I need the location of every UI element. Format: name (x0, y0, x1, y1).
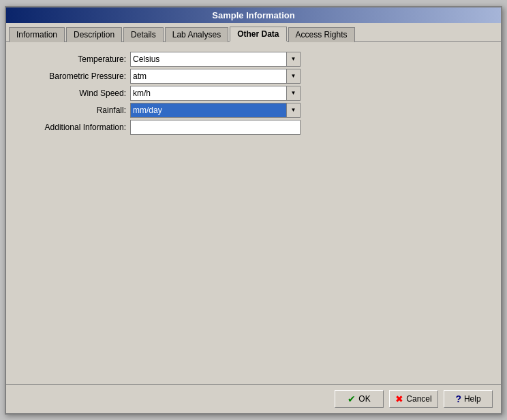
rainfall-label: Rainfall: (14, 103, 130, 118)
temperature-dropdown-btn[interactable]: ▼ (286, 52, 300, 66)
barometric-pressure-label: Barometric Pressure: (14, 69, 130, 84)
table-row: Additional Information: (14, 120, 341, 135)
tab-bar: Information Description Details Lab Anal… (6, 23, 501, 42)
rainfall-input-wrapper: ▼ (130, 103, 301, 118)
footer: ✔ OK ✖ Cancel ? Help (6, 384, 501, 413)
ok-label: OK (358, 394, 370, 404)
chevron-down-icon: ▼ (291, 107, 296, 113)
sample-information-dialog: Sample Information Information Descripti… (5, 6, 502, 415)
chevron-down-icon: ▼ (291, 90, 296, 96)
ok-icon: ✔ (348, 393, 356, 404)
title-bar: Sample Information (6, 7, 501, 23)
table-row: Temperature: ▼ (14, 52, 341, 67)
temperature-input[interactable] (131, 52, 286, 66)
chevron-down-icon: ▼ (291, 73, 296, 79)
temperature-value: ▼ (130, 52, 341, 67)
wind-speed-input-wrapper: ▼ (130, 86, 301, 101)
rainfall-value: ▼ (130, 103, 341, 118)
chevron-down-icon: ▼ (291, 56, 296, 62)
content-area: Temperature: ▼ Barometric Pressure: (6, 42, 501, 384)
temperature-label: Temperature: (14, 52, 130, 67)
wind-speed-label: Wind Speed: (14, 86, 130, 101)
barometric-pressure-input[interactable] (131, 69, 286, 83)
barometric-pressure-dropdown-btn[interactable]: ▼ (286, 69, 300, 83)
temperature-input-wrapper: ▼ (130, 52, 301, 67)
help-label: Help (464, 394, 481, 404)
help-icon: ? (455, 393, 461, 404)
tab-lab-analyses[interactable]: Lab Analyses (165, 27, 228, 42)
tab-details[interactable]: Details (123, 27, 164, 42)
wind-speed-value: ▼ (130, 86, 341, 101)
additional-information-label: Additional Information: (14, 120, 130, 135)
ok-button[interactable]: ✔ OK (335, 390, 384, 408)
cancel-label: Cancel (406, 394, 431, 404)
table-row: Rainfall: ▼ (14, 103, 341, 118)
rainfall-dropdown-btn[interactable]: ▼ (286, 103, 300, 117)
rainfall-input[interactable] (131, 103, 286, 117)
barometric-pressure-value: ▼ (130, 69, 341, 84)
tab-access-rights[interactable]: Access Rights (288, 27, 355, 42)
wind-speed-input[interactable] (131, 86, 286, 100)
form-table: Temperature: ▼ Barometric Pressure: (14, 50, 341, 137)
cancel-icon: ✖ (395, 393, 403, 404)
wind-speed-dropdown-btn[interactable]: ▼ (286, 86, 300, 100)
tab-information[interactable]: Information (9, 27, 65, 42)
additional-information-input-wrapper (130, 120, 301, 135)
barometric-pressure-input-wrapper: ▼ (130, 69, 301, 84)
table-row: Wind Speed: ▼ (14, 86, 341, 101)
additional-information-value (130, 120, 341, 135)
tab-other-data[interactable]: Other Data (230, 27, 286, 42)
tab-description[interactable]: Description (66, 27, 122, 42)
cancel-button[interactable]: ✖ Cancel (389, 390, 438, 408)
additional-information-input[interactable] (131, 120, 300, 134)
table-row: Barometric Pressure: ▼ (14, 69, 341, 84)
help-button[interactable]: ? Help (444, 390, 493, 408)
dialog-title: Sample Information (212, 10, 294, 20)
